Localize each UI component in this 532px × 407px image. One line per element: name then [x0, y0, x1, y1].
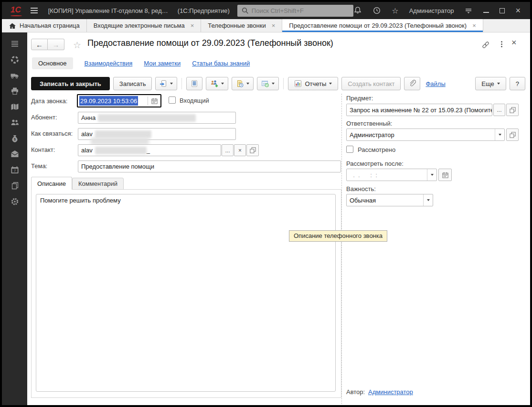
review-after-input[interactable]: . . : :	[346, 169, 437, 181]
contact-clear-button[interactable]: ×	[234, 144, 246, 156]
sidebar-item-mail[interactable]	[9, 150, 21, 159]
history-icon[interactable]	[372, 6, 381, 15]
date-calendar-button[interactable]	[148, 95, 160, 107]
forward-button[interactable]: →	[48, 39, 64, 50]
service-menu-icon[interactable]	[464, 7, 473, 15]
tab-comment[interactable]: Комментарий	[72, 178, 124, 190]
form-area: ← → ☆ Предоставление помощи от 29.09.202…	[27, 32, 530, 405]
panel-splitter[interactable]	[341, 94, 342, 404]
form-close-icon[interactable]: ×	[511, 38, 517, 48]
more-label: Еще	[481, 80, 494, 87]
files-link[interactable]: Файлы	[426, 80, 445, 87]
review-after-label: Рассмотреть после:	[346, 160, 404, 167]
theme-input[interactable]: Предоставление помощи	[78, 161, 341, 172]
open-windows-tabbar: Начальная страница Входящие электронные …	[2, 19, 530, 32]
create-based-on-button[interactable]	[155, 77, 177, 90]
responsible-open-button[interactable]	[506, 129, 519, 141]
current-user[interactable]: Администратор	[409, 7, 454, 14]
reports-label: Отчеты	[305, 80, 326, 87]
tab-label: Телефонные звонки	[208, 22, 266, 29]
tab-incoming-emails[interactable]: Входящие электронные письма ×	[87, 19, 202, 32]
sidebar-item-employees[interactable]	[9, 118, 21, 128]
gear-icon	[10, 197, 20, 206]
save-button[interactable]: Записать	[113, 77, 152, 90]
sidebar-item-menu[interactable]	[9, 39, 21, 49]
sidebar-item-helpdesk[interactable]	[9, 55, 21, 64]
importance-combo[interactable]: Обычная	[346, 194, 433, 206]
titlebar: 1С [КОПИЯ] Управление IT-отделом 8, ред……	[2, 2, 530, 19]
window-maximize-icon[interactable]	[500, 8, 505, 13]
window-close-icon[interactable]: ×	[515, 8, 521, 13]
tab-home[interactable]: Начальная страница	[2, 19, 87, 32]
incoming-checkbox[interactable]	[169, 96, 176, 104]
main-menu-icon[interactable]	[31, 8, 38, 13]
planned-interaction-icon	[236, 80, 244, 87]
sidebar-item-documents[interactable]	[9, 181, 21, 191]
author-label: Автор:	[346, 388, 365, 396]
sidebar-item-calendar[interactable]: 7	[9, 165, 21, 175]
notifications-bell-icon[interactable]	[353, 6, 362, 15]
subject-open-button[interactable]	[506, 104, 519, 116]
description-textarea[interactable]: Помогите решить проблему	[36, 194, 336, 392]
subject-select-button[interactable]: ...	[493, 104, 505, 116]
sidebar-item-money[interactable]: $	[9, 134, 21, 143]
tab-current-call[interactable]: Предоставление помощи от 29.09.2023 (Тел…	[282, 19, 483, 32]
tab-description[interactable]: Описание	[31, 177, 72, 190]
sidebar-item-map[interactable]	[9, 102, 21, 112]
favorite-star-icon[interactable]: ☆	[73, 40, 81, 51]
tab-close-icon[interactable]: ×	[472, 22, 476, 29]
tab-close-icon[interactable]: ×	[272, 22, 276, 29]
open-in-window-icon	[509, 107, 516, 114]
reports-button[interactable]: Отчеты	[288, 77, 338, 90]
favorites-star-icon[interactable]: ☆	[392, 6, 398, 15]
help-button[interactable]: ?	[510, 77, 525, 90]
interactions-list-button[interactable]	[257, 77, 279, 90]
get-link-icon[interactable]	[481, 41, 490, 49]
reviewed-label: Рассмотрено	[358, 146, 395, 153]
add-participants-button[interactable]	[206, 77, 228, 90]
attachments-button[interactable]	[404, 77, 420, 90]
contact-select-button[interactable]: ...	[222, 144, 234, 156]
window-minimize-icon[interactable]	[483, 8, 489, 13]
sidebar-item-delivery[interactable]	[9, 71, 21, 80]
tab-phone-calls[interactable]: Телефонные звонки ×	[201, 19, 282, 32]
save-and-close-button[interactable]: Записать и закрыть	[31, 77, 110, 90]
contact-open-button[interactable]	[246, 144, 259, 156]
nav-item-knowledge-base[interactable]: Статьи базы знаний	[192, 60, 250, 67]
nav-item-notes[interactable]: Мои заметки	[144, 60, 181, 67]
reviewed-checkbox[interactable]	[346, 146, 353, 153]
back-button[interactable]: ←	[31, 39, 48, 50]
dropdown-arrow-icon	[246, 83, 249, 85]
dropdown-arrow-icon	[427, 199, 430, 201]
calendar-picker-icon	[442, 171, 449, 179]
sidebar-item-settings[interactable]	[9, 197, 21, 206]
more-button[interactable]: Еще	[475, 77, 506, 90]
abonent-input[interactable]: Анна	[78, 112, 236, 124]
author-link[interactable]: Администратор	[368, 388, 413, 396]
van-icon	[10, 71, 20, 80]
responsible-value: Администратор	[347, 129, 495, 140]
combo-dropdown-arrow[interactable]	[423, 194, 433, 206]
nav-item-main[interactable]: Основное	[32, 57, 73, 69]
global-search-input[interactable]: Поиск Ctrl+Shift+F	[237, 5, 354, 17]
nav-item-interactions[interactable]: Взаимодействия	[85, 60, 133, 67]
contact-input[interactable]: alav _	[78, 144, 221, 156]
importance-label: Важность:	[346, 185, 376, 193]
call-date-input[interactable]: 29.09.2023 10:53:06	[77, 94, 161, 107]
combo-dropdown-arrow[interactable]	[427, 169, 436, 181]
incoming-label: Входящий	[180, 97, 209, 104]
create-contact-button[interactable]: Создать контакт	[341, 77, 401, 90]
search-icon	[241, 7, 249, 14]
create-based-on-icon	[160, 80, 167, 87]
sidebar-item-print[interactable]	[9, 86, 21, 96]
register-records-button[interactable]	[186, 77, 202, 90]
review-after-calendar-button[interactable]	[438, 169, 452, 181]
subject-input[interactable]: Запрос на изменение № 22 от 15.09.23 (По…	[346, 104, 492, 116]
1c-logo-icon: 1С	[11, 5, 21, 16]
tab-close-icon[interactable]: ×	[191, 22, 194, 29]
responsible-combo[interactable]: Администратор	[346, 129, 505, 141]
combo-dropdown-arrow[interactable]	[495, 129, 504, 140]
more-actions-icon[interactable]	[500, 40, 503, 48]
redacted-text	[95, 147, 147, 154]
planned-interaction-button[interactable]	[232, 77, 254, 90]
